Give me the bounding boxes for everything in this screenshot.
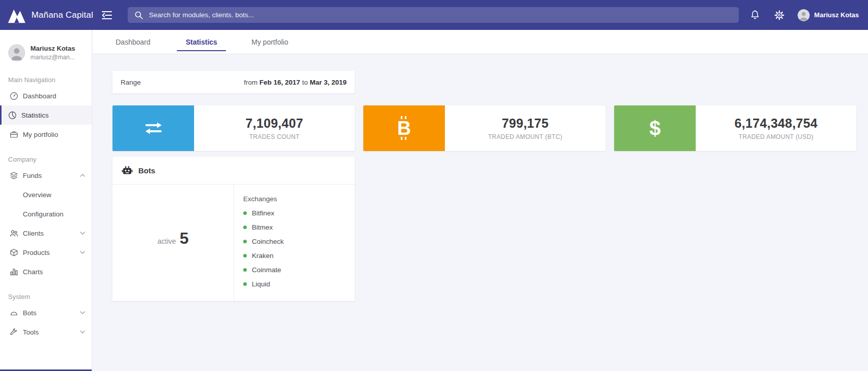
stat-card-traded-btc: B 799,175 TRADED AMOUNT (BTC): [363, 105, 606, 151]
sidebar-item-label: Overview: [23, 191, 51, 199]
list-item-exchange: Coinmate: [243, 263, 350, 277]
sidebar-profile[interactable]: Mariusz Kotas mariusz@man...: [0, 30, 92, 64]
list-item-exchange: Bitmex: [243, 220, 350, 234]
sidebar-item-funds-overview[interactable]: Overview: [0, 185, 92, 204]
section-label-main: Main Navigation: [0, 76, 92, 84]
sidebar-item-label: Clients: [23, 230, 44, 237]
sidebar-item-label: Bots: [23, 309, 36, 317]
sidebar-item-tools[interactable]: Tools: [0, 322, 92, 342]
sidebar-item-label: Configuration: [23, 210, 63, 218]
bell-icon: [750, 10, 760, 20]
list-item-exchange: Liquid: [243, 277, 350, 291]
status-dot-icon: [243, 268, 247, 272]
active-label: active: [158, 237, 176, 245]
search-icon: [134, 11, 143, 20]
dollar-icon: $: [614, 105, 696, 151]
top-navbar: Mañana Capital: [0, 0, 868, 30]
stat-value: 6,174,348,754: [735, 116, 818, 131]
stat-card-trades-count: 7,109,407 TRADES COUNT: [112, 105, 355, 151]
range-to-date: Mar 3, 2019: [310, 79, 347, 86]
sidebar-item-label: Funds: [23, 172, 42, 179]
sidebar-item-products[interactable]: Products: [0, 243, 92, 262]
exchanges-title: Exchanges: [243, 195, 350, 203]
sidebar-item-label: Products: [23, 249, 50, 256]
search-input[interactable]: [149, 11, 732, 19]
stat-label: TRADED AMOUNT (BTC): [488, 133, 562, 140]
notifications-button[interactable]: [749, 9, 761, 21]
sidebar-item-funds[interactable]: Funds: [0, 166, 92, 185]
box-icon: [10, 248, 18, 257]
bar-chart-icon: [10, 268, 18, 276]
chevron-up-icon: [80, 174, 85, 177]
status-dot-icon: [243, 282, 247, 286]
robot-icon: [122, 166, 133, 175]
user-menu[interactable]: Mariusz Kotas: [798, 9, 859, 21]
bots-card-title: Bots: [138, 166, 155, 175]
status-dot-icon: [243, 254, 247, 257]
chevron-down-icon: [80, 232, 85, 235]
gear-icon: [774, 10, 784, 20]
avatar: [8, 44, 25, 61]
sidebar-item-bots[interactable]: Bots: [0, 303, 92, 322]
status-dot-icon: [243, 211, 247, 215]
sidebar-item-label: Dashboard: [23, 92, 56, 100]
sidebar-item-statistics[interactable]: Statistics: [0, 105, 92, 125]
range-value: from Feb 16, 2017 to Mar 3, 2019: [244, 79, 347, 86]
wrench-icon: [10, 328, 18, 337]
brand-name: Mañana Capital: [31, 10, 93, 20]
avatar: [798, 9, 810, 21]
sidebar-item-clients[interactable]: Clients: [0, 224, 92, 243]
pie-chart-icon: [8, 111, 17, 120]
profile-email: mariusz@man...: [30, 53, 75, 61]
active-count: 5: [179, 229, 188, 248]
sidebar-item-label: Charts: [23, 268, 43, 276]
chevron-down-icon: [80, 251, 85, 254]
list-item-exchange: Kraken: [243, 248, 350, 263]
status-dot-icon: [243, 240, 247, 243]
main-area: Dashboard Statistics My portfolio Range …: [93, 30, 868, 371]
sidebar-item-funds-configuration[interactable]: Configuration: [0, 204, 92, 224]
list-item-exchange: Bitfinex: [243, 206, 350, 220]
status-dot-icon: [243, 226, 247, 229]
stat-card-traded-usd: $ 6,174,348,754 TRADED AMOUNT (USD): [614, 105, 856, 151]
stat-label: TRADED AMOUNT (USD): [738, 133, 813, 140]
tab-bar: Dashboard Statistics My portfolio: [93, 30, 868, 54]
sidebar-item-label: My portfolio: [23, 131, 58, 138]
stat-label: TRADES COUNT: [249, 133, 299, 140]
swap-arrows-icon: [112, 105, 194, 151]
stats-row: 7,109,407 TRADES COUNT B 799,175 TRADED …: [112, 105, 868, 151]
tab-statistics[interactable]: Statistics: [167, 30, 236, 54]
list-item-exchange: Coincheck: [243, 234, 350, 248]
content: Range from Feb 16, 2017 to Mar 3, 2019: [93, 54, 868, 301]
range-label: Range: [121, 79, 141, 86]
profile-name: Mariusz Kotas: [30, 44, 75, 53]
exchanges-panel: Exchanges Bitfinex Bitmex Coincheck Krak…: [234, 184, 355, 301]
people-icon: [10, 229, 18, 238]
tab-dashboard[interactable]: Dashboard: [99, 30, 167, 54]
sidebar: Mariusz Kotas mariusz@man... Main Naviga…: [0, 30, 92, 371]
sidebar-item-label: Statistics: [21, 112, 49, 119]
sidebar-item-dashboard[interactable]: Dashboard: [0, 86, 92, 105]
sidebar-collapse-button[interactable]: [97, 8, 116, 23]
tab-my-portfolio[interactable]: My portfolio: [236, 30, 304, 54]
bots-card: Bots active 5 Exchanges Bitfinex Bitmex …: [112, 157, 355, 301]
user-name: Mariusz Kotas: [814, 11, 859, 19]
bitcoin-icon: B: [363, 105, 445, 151]
bots-active-summary: active 5: [112, 184, 234, 301]
brand-logo-icon: [7, 6, 27, 24]
briefcase-icon: [10, 130, 18, 139]
sidebar-item-label: Tools: [23, 328, 39, 336]
layers-icon: [10, 171, 18, 180]
menu-indent-icon: [100, 11, 112, 20]
brand[interactable]: Mañana Capital: [0, 6, 94, 24]
sidebar-item-charts[interactable]: Charts: [0, 262, 92, 281]
section-label-system: System: [0, 293, 92, 301]
section-label-company: Company: [0, 156, 92, 163]
settings-button[interactable]: [773, 9, 785, 21]
range-from-date: Feb 16, 2017: [259, 79, 300, 86]
dome-icon: [10, 309, 18, 317]
sidebar-item-my-portfolio[interactable]: My portfolio: [0, 125, 92, 144]
stat-value: 7,109,407: [246, 116, 304, 131]
global-search: [128, 7, 739, 23]
range-picker[interactable]: Range from Feb 16, 2017 to Mar 3, 2019: [112, 71, 355, 93]
